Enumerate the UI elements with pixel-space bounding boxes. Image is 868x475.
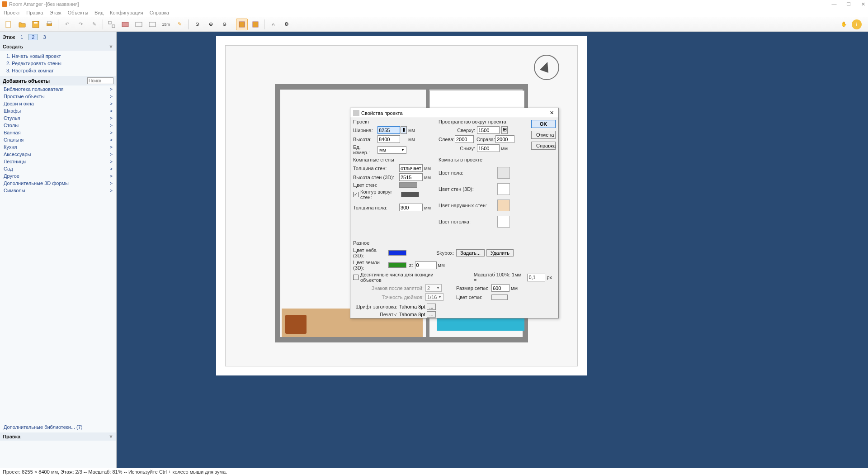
canvas[interactable]: Свойства проекта ✕ Проект Ширина:▮мм Выс… <box>117 32 868 468</box>
grid-color-swatch[interactable] <box>491 294 508 300</box>
ground-color-swatch[interactable] <box>388 262 406 268</box>
tool4-icon[interactable] <box>146 19 158 30</box>
measure-icon[interactable]: 15m <box>160 19 172 30</box>
zoom-out-icon[interactable]: ⊖ <box>218 19 230 30</box>
category-item[interactable]: Спальня> <box>0 136 116 143</box>
floor-1[interactable]: 1 <box>18 34 26 40</box>
menu-edit[interactable]: Правка <box>26 10 43 15</box>
menu-floor[interactable]: Этаж <box>49 10 61 15</box>
height-input[interactable] <box>377 135 400 143</box>
floor-thick-input[interactable] <box>399 204 423 211</box>
skybox-set-button[interactable]: Задать... <box>456 249 485 256</box>
grid-input[interactable] <box>491 284 509 292</box>
wall-h3d-input[interactable] <box>399 173 423 181</box>
project-properties-dialog: Свойства проекта ✕ Проект Ширина:▮мм Выс… <box>350 108 559 318</box>
space-left-input[interactable] <box>455 135 474 143</box>
view3d-1-icon[interactable] <box>236 19 248 30</box>
category-item[interactable]: Библиотека пользователя> <box>0 86 116 93</box>
wall-color-swatch[interactable] <box>399 182 417 188</box>
svg-rect-8 <box>136 22 142 27</box>
floor-color-swatch[interactable] <box>497 167 510 179</box>
font-head-button[interactable]: ... <box>427 304 435 310</box>
outline-checkbox[interactable]: ✓ <box>353 192 359 197</box>
decimal-checkbox[interactable] <box>353 275 359 280</box>
category-item[interactable]: Сад> <box>0 165 116 172</box>
category-item[interactable]: Столы> <box>0 122 116 129</box>
dialog-close-icon[interactable]: ✕ <box>548 110 556 116</box>
open-icon[interactable] <box>16 19 28 30</box>
sky-color-swatch[interactable] <box>388 250 406 256</box>
menu-view[interactable]: Вид <box>94 10 104 15</box>
category-item[interactable]: Кухня> <box>0 143 116 151</box>
category-item[interactable]: Двери и окна> <box>0 100 116 107</box>
width-stepper[interactable]: ▮ <box>401 126 407 134</box>
info-icon[interactable]: i <box>852 19 862 29</box>
print-icon[interactable] <box>43 19 55 30</box>
category-item[interactable]: Ванная> <box>0 129 116 136</box>
precision-select: 2▼ <box>425 284 442 292</box>
brush-icon[interactable]: ✎ <box>88 19 100 30</box>
category-item[interactable]: Лестницы> <box>0 158 116 165</box>
addobj-header: Добавить объекты <box>0 76 116 86</box>
app-icon <box>2 1 7 7</box>
close-icon[interactable]: ✕ <box>860 1 866 7</box>
floor-3[interactable]: 3 <box>40 34 48 40</box>
ground-z-input[interactable] <box>415 261 437 269</box>
create-header[interactable]: Создать▼ <box>0 43 116 51</box>
menu-config[interactable]: Конфигурация <box>110 10 143 15</box>
cancel-button[interactable]: Отмена <box>531 131 556 139</box>
house-icon[interactable]: ⌂ <box>267 19 279 30</box>
floor-2[interactable]: 2 <box>28 34 38 40</box>
ceil-color-swatch[interactable] <box>497 216 510 228</box>
category-item[interactable]: Другое> <box>0 172 116 180</box>
outer-color-swatch[interactable] <box>497 200 510 211</box>
menu-help[interactable]: Справка <box>150 10 169 15</box>
tool1-icon[interactable] <box>106 19 118 30</box>
wall3d-color-swatch[interactable] <box>497 183 510 195</box>
scale-input[interactable] <box>527 274 545 281</box>
gear-icon[interactable]: ⚙ <box>281 19 292 30</box>
edit-header[interactable]: Правка▼ <box>0 432 116 441</box>
search-input[interactable] <box>87 77 113 84</box>
create-new-project[interactable]: 1. Начать новый проект <box>0 52 116 60</box>
space-bottom-input[interactable] <box>477 144 500 152</box>
category-item[interactable]: Шкафы> <box>0 107 116 114</box>
width-input[interactable] <box>377 126 400 134</box>
redo-icon[interactable]: ↷ <box>75 19 86 30</box>
category-item[interactable]: Дополнительные 3D формы> <box>0 180 116 187</box>
space-right-input[interactable] <box>495 135 514 143</box>
help-button[interactable]: Справка <box>531 142 556 150</box>
group-rooms: Комнаты в проекте <box>439 157 524 162</box>
view3d-2-icon[interactable] <box>250 19 261 30</box>
font-print-button[interactable]: ... <box>427 311 435 318</box>
pencil-icon[interactable]: ✎ <box>174 19 185 30</box>
additional-libs[interactable]: Дополнительные библиотеки... (7) <box>0 422 116 432</box>
category-item[interactable]: Аксессуары> <box>0 151 116 158</box>
wall-thick-input[interactable] <box>399 164 423 172</box>
space-icon[interactable]: ⊞ <box>501 126 508 134</box>
zoom-fit-icon[interactable]: ⊙ <box>191 19 203 30</box>
new-icon[interactable] <box>3 19 14 30</box>
maximize-icon[interactable]: ☐ <box>845 1 852 7</box>
wall-icon[interactable] <box>119 19 131 30</box>
save-icon[interactable] <box>30 19 42 30</box>
undo-icon[interactable]: ↶ <box>61 19 73 30</box>
create-edit-walls[interactable]: 2. Редактировать стены <box>0 60 116 67</box>
outline-color-swatch[interactable] <box>401 192 419 197</box>
dialog-title: Свойства проекта <box>361 110 403 116</box>
space-top-input[interactable] <box>477 126 500 134</box>
touch-icon[interactable]: ✋ <box>839 19 849 29</box>
create-room-setup[interactable]: 3. Настройка комнат <box>0 67 116 74</box>
skybox-del-button[interactable]: Удалить <box>486 249 514 256</box>
svg-rect-6 <box>112 25 115 28</box>
tool3-icon[interactable] <box>133 19 145 30</box>
ok-button[interactable]: OK <box>531 120 556 128</box>
category-item[interactable]: Символы> <box>0 187 116 194</box>
category-item[interactable]: Простые объекты> <box>0 93 116 100</box>
menu-objects[interactable]: Объекты <box>68 10 88 15</box>
units-select[interactable]: мм▼ <box>377 146 406 154</box>
menu-project[interactable]: Проект <box>4 10 20 15</box>
category-item[interactable]: Стулья> <box>0 114 116 122</box>
minimize-icon[interactable]: — <box>831 1 837 7</box>
zoom-in-icon[interactable]: ⊕ <box>205 19 217 30</box>
